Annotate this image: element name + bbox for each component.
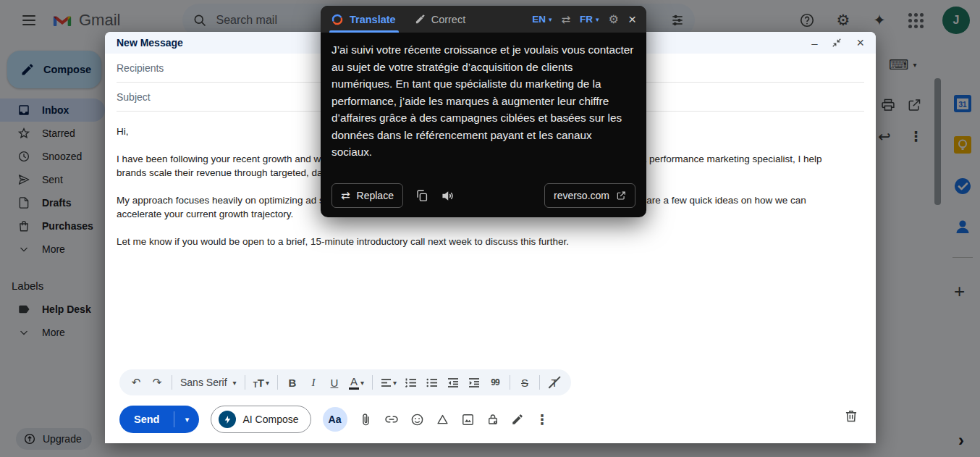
toolbar-divider — [539, 375, 540, 390]
confidential-mode-button[interactable] — [486, 413, 499, 426]
source-language-select[interactable]: EN ▾ — [532, 14, 552, 25]
attach-file-button[interactable] — [359, 413, 373, 427]
body-paragraph: Let me know if you would be open to a br… — [117, 235, 853, 248]
caret-down-icon: ▾ — [596, 16, 599, 23]
formatting-options-button[interactable]: Aa — [323, 407, 347, 432]
swap-languages-icon[interactable]: ⇄ — [561, 13, 570, 26]
caret-down-icon: ▾ — [266, 379, 269, 387]
ai-compose-icon — [219, 411, 236, 428]
site-label: reverso.com — [554, 190, 609, 201]
signature-pen-icon[interactable] — [511, 413, 524, 426]
compose-actions: Send ▾ AI Compose Aa — [119, 406, 549, 433]
tab-translate[interactable]: Translate — [331, 13, 396, 26]
popup-close-icon[interactable]: × — [628, 12, 636, 26]
toolbar-divider — [277, 375, 278, 390]
target-language-label: FR — [580, 14, 593, 25]
correct-pen-icon — [415, 14, 426, 25]
toolbar-divider — [372, 375, 373, 390]
send-button[interactable]: Send ▾ — [119, 406, 199, 433]
replace-label: Replace — [357, 190, 394, 201]
text-color-button[interactable]: A ▾ — [349, 374, 364, 391]
ai-compose-button[interactable]: AI Compose — [211, 406, 311, 433]
source-language-label: EN — [532, 14, 546, 25]
toolbar-divider — [510, 375, 510, 390]
indent-less-button[interactable] — [447, 374, 460, 391]
replace-button[interactable]: ⇄ Replace — [331, 183, 403, 208]
italic-button[interactable]: I — [307, 374, 320, 391]
font-size-button[interactable]: TT ▾ — [253, 374, 269, 391]
undo-icon[interactable]: ↶ — [130, 374, 143, 391]
bulleted-list-button[interactable] — [426, 374, 439, 391]
formatting-toolbar: ↶ ↷ Sans Serif ▾ TT ▾ B I U A ▾ ▾ — [119, 369, 571, 395]
caret-down-icon: ▾ — [549, 16, 552, 23]
insert-from-drive-button[interactable] — [436, 413, 449, 427]
send-options-icon[interactable]: ▾ — [174, 406, 199, 433]
numbered-list-button[interactable] — [405, 374, 418, 391]
font-select[interactable]: Sans Serif ▾ — [180, 377, 237, 388]
minimize-icon[interactable]: – — [811, 38, 817, 49]
insert-emoji-button[interactable] — [410, 413, 424, 427]
listen-speaker-icon[interactable] — [441, 189, 455, 203]
tab-correct[interactable]: Correct — [415, 14, 466, 25]
caret-down-icon: ▾ — [360, 379, 364, 387]
reverso-translate-popup: Translate Correct EN ▾ ⇄ FR ▾ ⚙ × — [321, 6, 646, 217]
tab-translate-label: Translate — [350, 14, 396, 25]
caret-down-icon: ▾ — [393, 379, 397, 387]
ai-compose-label: AI Compose — [242, 414, 298, 425]
remove-formatting-button[interactable]: T — [548, 374, 561, 391]
indent-more-button[interactable] — [468, 374, 481, 391]
popup-footer: ⇄ Replace reverso.com — [331, 183, 635, 208]
tab-correct-label: Correct — [431, 14, 466, 25]
font-name: Sans Serif — [180, 377, 227, 388]
more-options-icon[interactable]: ⋮ — [536, 411, 549, 428]
discard-draft-button[interactable] — [844, 408, 858, 426]
quote-button[interactable]: 99 — [489, 374, 502, 391]
reverso-logo-icon — [331, 13, 344, 26]
popup-settings-icon[interactable]: ⚙ — [609, 12, 619, 26]
copy-icon[interactable] — [415, 189, 428, 202]
underline-button[interactable]: U — [328, 374, 341, 391]
send-label: Send — [119, 406, 174, 433]
toolbar-divider — [172, 375, 172, 390]
target-language-select[interactable]: FR ▾ — [580, 14, 599, 25]
close-icon[interactable]: × — [856, 36, 864, 49]
caret-down-icon: ▾ — [233, 379, 237, 387]
gmail-app: Gmail ⚙ ✦ J Compose — [0, 0, 980, 457]
replace-icon: ⇄ — [341, 189, 350, 202]
align-button[interactable]: ▾ — [381, 374, 397, 391]
translation-text: J’ai suivi votre récente croissance et j… — [321, 33, 646, 161]
active-tab-underline — [329, 30, 399, 33]
popup-header: Translate Correct EN ▾ ⇄ FR ▾ ⚙ × — [321, 6, 646, 33]
bold-button[interactable]: B — [286, 374, 299, 391]
toolbar-divider — [245, 375, 245, 390]
insert-link-button[interactable] — [384, 412, 399, 427]
strikethrough-button[interactable]: S — [518, 374, 531, 391]
redo-icon[interactable]: ↷ — [151, 374, 164, 391]
exit-fullscreen-icon[interactable] — [832, 38, 842, 48]
compose-title: New Message — [117, 37, 183, 49]
insert-image-button[interactable] — [461, 413, 475, 427]
external-link-icon — [616, 190, 626, 201]
reverso-site-button[interactable]: reverso.com — [544, 183, 635, 208]
